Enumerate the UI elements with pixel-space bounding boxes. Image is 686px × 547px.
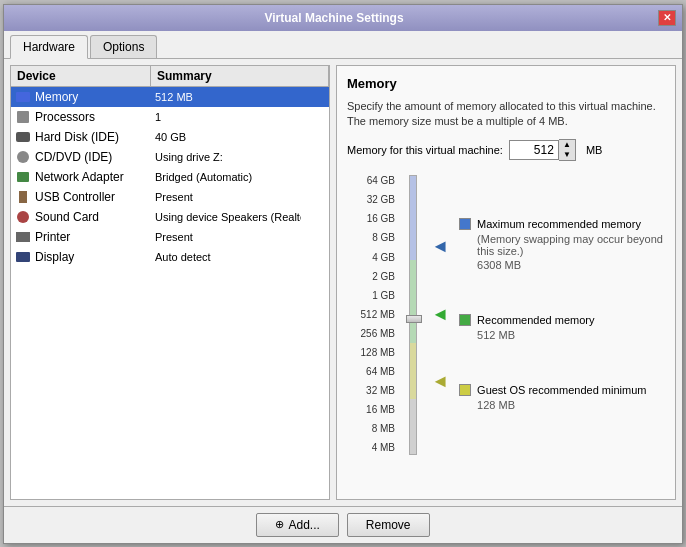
max-recommended-label: Maximum recommended memory (477, 217, 641, 231)
arrow-markers: ◄ ◄ ◄ (431, 173, 449, 455)
hdd-icon (15, 129, 31, 145)
memory-spinner: ▲ ▼ (559, 139, 576, 161)
memory-input-label: Memory for this virtual machine: (347, 144, 503, 156)
slider-label-6: 1 GB (347, 290, 395, 301)
slider-label-10: 64 MB (347, 366, 395, 377)
main-window: Virtual Machine Settings ✕ Hardware Opti… (3, 4, 683, 544)
slider-label-1: 32 GB (347, 194, 395, 205)
slider-label-11: 32 MB (347, 385, 395, 396)
max-arrow-icon: ◄ (431, 236, 449, 257)
legend-guest-min-header: Guest OS recommended minimum (459, 383, 665, 397)
max-recommended-value: 6308 MB (477, 259, 665, 271)
cpu-icon (15, 109, 31, 125)
table-row[interactable]: CD/DVD (IDE) Using drive Z: (11, 147, 329, 167)
slider-label-4: 4 GB (347, 252, 395, 263)
cd-icon (15, 149, 31, 165)
net-icon (15, 169, 31, 185)
summary-cell: 40 GB (151, 129, 329, 145)
memory-unit-label: MB (586, 144, 603, 156)
section-description: Specify the amount of memory allocated t… (347, 99, 665, 130)
slider-label-7: 512 MB (347, 309, 395, 320)
slider-label-12: 16 MB (347, 404, 395, 415)
table-header: Device Summary (11, 66, 329, 87)
summary-cell: Auto detect (151, 249, 329, 265)
device-cell: Sound Card (11, 207, 151, 227)
remove-button[interactable]: Remove (347, 513, 430, 537)
memory-spin-down[interactable]: ▼ (559, 150, 575, 160)
tab-bar: Hardware Options (4, 31, 682, 59)
slider-label-13: 8 MB (347, 423, 395, 434)
tab-hardware[interactable]: Hardware (10, 35, 88, 59)
device-cell: Hard Disk (IDE) (11, 127, 151, 147)
bottom-bar: ⊕ Add... Remove (4, 506, 682, 543)
device-cell: Printer (11, 227, 151, 247)
legend-guest-min: Guest OS recommended minimum 128 MB (459, 383, 665, 411)
device-cell: Network Adapter (11, 167, 151, 187)
legend-recommended-header: Recommended memory (459, 313, 665, 327)
table-row[interactable]: Network Adapter Bridged (Automatic) (11, 167, 329, 187)
guest-min-arrow-icon: ◄ (431, 371, 449, 392)
slider-label-5: 2 GB (347, 271, 395, 282)
slider-label-8: 256 MB (347, 328, 395, 339)
printer-icon (15, 229, 31, 245)
summary-cell: 512 MB (151, 89, 329, 105)
legend-recommended: Recommended memory 512 MB (459, 313, 665, 341)
device-cell: Display (11, 247, 151, 267)
device-table: Device Summary Memory 512 MB Processors (11, 66, 329, 499)
guest-min-color (459, 384, 471, 396)
max-recommended-color (459, 218, 471, 230)
summary-cell: Using device Speakers (Realtek Hi... (151, 209, 301, 225)
col-device: Device (11, 66, 151, 86)
slider-area: 64 GB 32 GB 16 GB 8 GB 4 GB 2 GB 1 GB 51… (347, 173, 665, 455)
right-panel: Memory Specify the amount of memory allo… (336, 65, 676, 500)
memory-section: Memory Specify the amount of memory allo… (336, 65, 676, 500)
add-icon: ⊕ (275, 518, 284, 531)
table-row[interactable]: Memory 512 MB (11, 87, 329, 107)
device-cell: CD/DVD (IDE) (11, 147, 151, 167)
summary-cell: 1 (151, 109, 329, 125)
max-recommended-sub: (Memory swapping may occur beyond this s… (477, 233, 665, 257)
usb-icon (15, 189, 31, 205)
legend-area: Maximum recommended memory (Memory swapp… (459, 173, 665, 455)
summary-cell: Present (151, 189, 329, 205)
main-content: Device Summary Memory 512 MB Processors (4, 59, 682, 506)
guest-min-arrow: ◄ (431, 371, 449, 392)
slider-track[interactable] (409, 175, 417, 455)
slider-label-2: 16 GB (347, 213, 395, 224)
display-icon (15, 249, 31, 265)
memory-icon (15, 89, 31, 105)
recommended-color (459, 314, 471, 326)
title-bar: Virtual Machine Settings ✕ (4, 5, 682, 31)
max-memory-arrow: ◄ (431, 236, 449, 257)
summary-cell: Using drive Z: (151, 149, 329, 165)
slider-thumb[interactable] (406, 315, 422, 323)
table-row[interactable]: Hard Disk (IDE) 40 GB (11, 127, 329, 147)
summary-cell: Bridged (Automatic) (151, 169, 329, 185)
table-row[interactable]: Printer Present (11, 227, 329, 247)
memory-value-input[interactable] (509, 140, 559, 160)
recommended-arrow-icon: ◄ (431, 304, 449, 325)
slider-label-0: 64 GB (347, 175, 395, 186)
slider-track-area (405, 173, 421, 455)
tab-options[interactable]: Options (90, 35, 157, 58)
summary-cell: Present (151, 229, 329, 245)
table-row[interactable]: Sound Card Using device Speakers (Realte… (11, 207, 329, 227)
table-row[interactable]: Processors 1 (11, 107, 329, 127)
recommended-value: 512 MB (477, 329, 665, 341)
device-cell: Processors (11, 107, 151, 127)
slider-label-14: 4 MB (347, 442, 395, 453)
window-title: Virtual Machine Settings (10, 11, 658, 25)
legend-max-header: Maximum recommended memory (459, 217, 665, 231)
title-bar-controls: ✕ (658, 10, 676, 26)
memory-input-group: ▲ ▼ (509, 139, 576, 161)
legend-max-recommended: Maximum recommended memory (Memory swapp… (459, 217, 665, 271)
device-cell: USB Controller (11, 187, 151, 207)
close-button[interactable]: ✕ (658, 10, 676, 26)
recommended-arrow: ◄ (431, 304, 449, 325)
add-button[interactable]: ⊕ Add... (256, 513, 338, 537)
table-row[interactable]: Display Auto detect (11, 247, 329, 267)
memory-spin-up[interactable]: ▲ (559, 140, 575, 150)
sound-icon (15, 209, 31, 225)
recommended-label: Recommended memory (477, 313, 594, 327)
table-row[interactable]: USB Controller Present (11, 187, 329, 207)
